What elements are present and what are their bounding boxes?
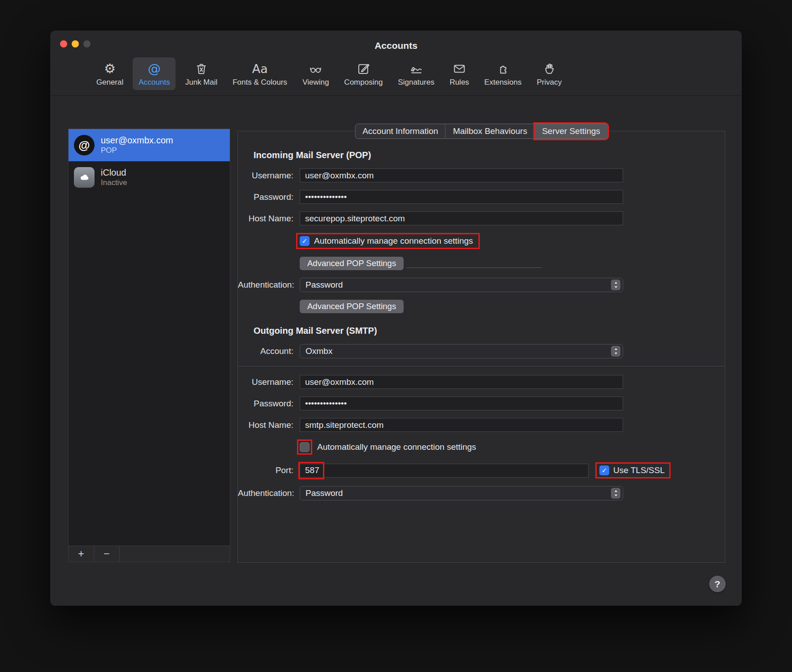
smtp-username-value: user@oxmbx.com [305, 377, 374, 387]
incoming-auto-manage-row: Automatically manage connection settings [238, 233, 725, 249]
incoming-authentication-select[interactable]: Password [300, 278, 623, 292]
account-type-badge: POP [101, 146, 173, 155]
account-label: Account: [238, 346, 293, 356]
outgoing-section-heading: Outgoing Mail Server (SMTP) [254, 326, 725, 336]
glasses-icon [309, 60, 323, 77]
toolbar-label: Extensions [484, 78, 521, 87]
account-status: Inactive [101, 178, 127, 187]
smtp-account-row: Account: Oxmbx [238, 344, 725, 358]
tab-server-settings[interactable]: Server Settings [535, 124, 608, 139]
smtp-password-field[interactable]: •••••••••••••• [300, 396, 623, 410]
authentication-label: Authentication: [238, 280, 293, 290]
smtp-authentication-row: Authentication: Password [238, 486, 725, 500]
fonts-icon: Aa [252, 60, 268, 77]
titlebar[interactable]: Accounts [50, 30, 742, 56]
account-text: user@oxmbx.com POP [101, 135, 173, 155]
section-divider [238, 366, 725, 366]
tab-account-information[interactable]: Account Information [355, 124, 446, 139]
tab-mailbox-behaviours[interactable]: Mailbox Behaviours [446, 124, 535, 139]
toolbar-item-accounts[interactable]: @ Accounts [133, 57, 176, 90]
smtp-authentication-select[interactable]: Password [300, 486, 623, 500]
username-label: Username: [238, 171, 293, 181]
envelope-icon [452, 60, 466, 77]
account-text: iCloud Inactive [101, 168, 127, 187]
smtp-account-select[interactable]: Oxmbx [300, 344, 623, 358]
tab-bar: Account Information Mailbox Behaviours S… [355, 124, 608, 139]
authentication-label: Authentication: [238, 488, 293, 498]
toolbar-item-extensions[interactable]: Extensions [478, 57, 527, 90]
smtp-port-row: Port: 587 Use TLS/SSL [238, 462, 725, 478]
toolbar-label: Privacy [537, 78, 562, 87]
toolbar-label: Signatures [398, 78, 434, 87]
trash-icon [194, 60, 208, 77]
annotation-box-tls: Use TLS/SSL [595, 462, 671, 478]
add-account-button[interactable]: + [69, 546, 94, 562]
account-name: user@oxmbx.com [101, 135, 173, 146]
annotation-box-smtp-auto-manage [297, 439, 312, 455]
accounts-sidebar: @ user@oxmbx.com POP iCloud Inactive + − [68, 129, 230, 562]
toolbar-item-junk-mail[interactable]: Junk Mail [179, 57, 223, 90]
toolbar-item-fonts-colours[interactable]: Aa Fonts & Colours [227, 57, 293, 90]
incoming-password-field[interactable]: •••••••••••••• [300, 190, 623, 204]
incoming-username-row: Username: user@oxmbx.com [238, 168, 725, 182]
incoming-auto-manage-label: Automatically manage connection settings [314, 236, 473, 246]
smtp-host-field[interactable]: smtp.siteprotect.com [300, 418, 623, 432]
smtp-host-value: smtp.siteprotect.com [305, 420, 383, 430]
divider-line [406, 267, 542, 268]
annotation-box-incoming-auto-manage: Automatically manage connection settings [296, 233, 480, 249]
incoming-authentication-row: Authentication: Password [238, 278, 725, 292]
smtp-password-value: •••••••••••••• [305, 399, 347, 409]
popup-stepper-icon [611, 280, 620, 290]
incoming-authentication-value: Password [306, 280, 343, 290]
annotation-box-port: 587 [298, 462, 324, 479]
toolbar-item-composing[interactable]: Composing [338, 57, 388, 90]
toolbar-label: Viewing [302, 78, 329, 87]
password-label: Password: [238, 192, 293, 202]
advanced-pop-settings-row-2: Advanced POP Settings [238, 300, 725, 313]
incoming-username-field[interactable]: user@oxmbx.com [300, 168, 623, 182]
signature-icon [409, 60, 423, 77]
host-name-label: Host Name: [238, 420, 293, 430]
at-icon: @ [148, 60, 161, 77]
password-label: Password: [238, 399, 293, 409]
host-name-label: Host Name: [238, 214, 293, 224]
toolbar-item-signatures[interactable]: Signatures [392, 57, 440, 90]
advanced-pop-settings-button-2[interactable]: Advanced POP Settings [300, 300, 404, 313]
incoming-section-heading: Incoming Mail Server (POP) [254, 150, 725, 160]
toolbar-label: Composing [344, 78, 383, 87]
toolbar-item-rules[interactable]: Rules [444, 57, 475, 90]
smtp-authentication-value: Password [306, 488, 343, 498]
smtp-port-value: 587 [305, 465, 319, 475]
server-settings-form: Incoming Mail Server (POP) Username: use… [238, 131, 725, 562]
mail-preferences-window: Accounts ⚙ General @ Accounts Junk Mail … [50, 30, 742, 606]
hand-icon [542, 60, 556, 77]
toolbar-item-privacy[interactable]: Privacy [531, 57, 568, 90]
account-list-item-icloud[interactable]: iCloud Inactive [69, 161, 230, 194]
toolbar-label: General [96, 78, 123, 87]
toolbar-label: Junk Mail [185, 78, 217, 87]
account-list-item-oxmbx[interactable]: @ user@oxmbx.com POP [69, 129, 230, 161]
toolbar-label: Accounts [138, 78, 170, 87]
advanced-pop-settings-button-1[interactable]: Advanced POP Settings [300, 257, 404, 270]
smtp-port-field[interactable]: 587 [300, 464, 589, 478]
use-tls-ssl-label: Use TLS/SSL [613, 465, 665, 475]
incoming-password-value: •••••••••••••• [305, 192, 347, 202]
at-avatar-icon: @ [74, 135, 95, 155]
incoming-host-value: securepop.siteprotect.com [305, 214, 405, 224]
preferences-toolbar: ⚙ General @ Accounts Junk Mail Aa Fonts … [50, 56, 742, 96]
remove-account-button[interactable]: − [94, 546, 120, 562]
incoming-username-value: user@oxmbx.com [305, 171, 374, 181]
toolbar-item-viewing[interactable]: Viewing [297, 57, 335, 90]
incoming-auto-manage-checkbox[interactable] [300, 236, 310, 246]
smtp-auto-manage-checkbox[interactable] [300, 442, 310, 452]
toolbar-item-general[interactable]: ⚙ General [90, 57, 129, 90]
help-button[interactable]: ? [709, 576, 726, 592]
smtp-username-field[interactable]: user@oxmbx.com [300, 375, 623, 389]
toolbar-label: Rules [450, 78, 469, 87]
incoming-host-field[interactable]: securepop.siteprotect.com [300, 211, 623, 225]
smtp-password-row: Password: •••••••••••••• [238, 396, 725, 410]
smtp-auto-manage-row: Automatically manage connection settings [238, 439, 725, 455]
sidebar-footer: + − [69, 546, 230, 562]
advanced-pop-settings-row-1: Advanced POP Settings [238, 257, 725, 270]
use-tls-ssl-checkbox[interactable] [599, 465, 609, 475]
